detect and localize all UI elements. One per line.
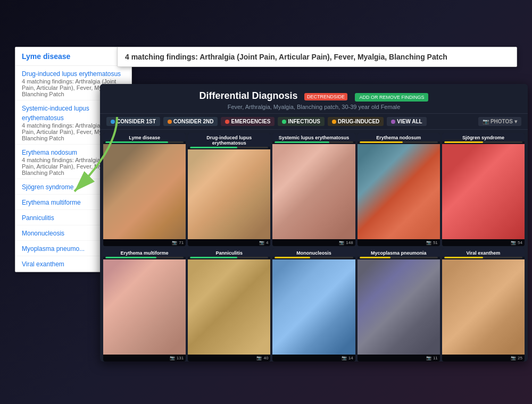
disease-card[interactable]: Drug-induced lupus erythematosus 📷 4	[188, 133, 270, 246]
panniculitis-link[interactable]: Panniculitis	[22, 214, 54, 222]
photo-count: 54	[518, 240, 522, 245]
photos-icon: 📷	[483, 119, 489, 124]
camera-icon: 📷	[172, 240, 177, 245]
card-footer: 📷 51	[358, 239, 440, 246]
card-footer: 📷 14	[272, 355, 355, 361]
tooltip-text: 4 matching findings: Arthralgia (Joint P…	[125, 53, 447, 61]
disease-card[interactable]: Panniculitis 📷 40	[188, 248, 270, 361]
panel-badge: DECTRENDSIDE	[304, 93, 347, 100]
camera-icon: 📷	[426, 356, 431, 360]
card-title: Drug-induced lupus erythematosus	[188, 133, 270, 147]
consider2-dot	[168, 120, 172, 124]
card-bar	[444, 257, 522, 258]
card-image	[358, 144, 440, 239]
disease-card[interactable]: Systemic lupus erythematosus 📷 148	[272, 133, 355, 246]
photo-count: 40	[263, 356, 268, 360]
card-image	[358, 259, 440, 355]
tab-consider1-label: CONSIDER 1ST	[117, 119, 156, 124]
card-bar	[360, 141, 438, 143]
card-image	[442, 259, 525, 355]
card-bar-fill	[444, 141, 484, 143]
disease-card[interactable]: Erythema multiforme 📷 131	[103, 248, 186, 361]
tab-emergency-label: EMERGENCIES	[231, 119, 270, 124]
content-area: Lyme disease 📷 71 Drug-induced lupus ery…	[100, 130, 528, 361]
camera-icon: 📷	[259, 240, 264, 245]
photo-count: 148	[346, 240, 353, 245]
panel-title-row: Differential Diagnosis DECTRENDSIDE ADD …	[109, 90, 519, 102]
findings-tooltip: 4 matching findings: Arthralgia (Joint P…	[117, 47, 517, 67]
tab-drug-label: DRUG-INDUCED	[338, 119, 379, 124]
card-footer: 📷 25	[442, 355, 525, 361]
card-image	[188, 259, 270, 355]
tab-photos[interactable]: 📷 PHOTOS ▾	[478, 117, 521, 126]
erythema-multiforme-link[interactable]: Erythema multiforme	[22, 199, 81, 206]
consider1-dot	[111, 120, 115, 124]
photo-count: 25	[518, 356, 522, 360]
tab-infectious-label: INFECTIOUS	[288, 119, 320, 124]
disease-card[interactable]: Mycoplasma pneumonia 📷 11	[358, 248, 440, 361]
card-bar	[190, 257, 268, 258]
systemic-lupus-link[interactable]: Systemic-induced lupus erythematosus	[22, 105, 89, 122]
add-findings-button[interactable]: ADD OR REMOVE FINDINGS	[355, 93, 428, 102]
viral-link[interactable]: Viral exanthem	[22, 260, 64, 268]
erythema-nodosum-link[interactable]: Erythema nodosum	[22, 149, 77, 156]
card-footer: 📷 131	[103, 355, 186, 361]
card-title: Sjögren syndrome	[442, 133, 525, 141]
tab-infectious[interactable]: INFECTIOUS	[278, 117, 325, 126]
card-footer: 📷 4	[188, 239, 270, 246]
filter-tabs: CONSIDER 1ST CONSIDER 2ND EMERGENCIES IN…	[100, 114, 528, 130]
card-title: Panniculitis	[188, 248, 270, 257]
tab-consider1[interactable]: CONSIDER 1ST	[106, 117, 160, 126]
card-title: Erythema nodosum	[358, 133, 440, 141]
emergency-dot	[225, 120, 229, 124]
disease-card[interactable]: Viral exanthem 📷 25	[442, 248, 525, 361]
photo-count: 4	[266, 240, 268, 245]
card-title: Viral exanthem	[442, 248, 525, 257]
tab-view-all-label: VIEW ALL	[397, 119, 422, 124]
sjogren-link[interactable]: Sjögren syndrome	[22, 183, 73, 191]
card-bar-fill	[275, 257, 310, 258]
photo-count: 11	[433, 356, 438, 360]
mononucleosis-link[interactable]: Mononucleosis	[22, 230, 64, 237]
disease-grid: Lyme disease 📷 71 Drug-induced lupus ery…	[100, 130, 528, 361]
card-title: Lyme disease	[103, 133, 186, 141]
lyme-disease-link[interactable]: Lyme disease	[22, 52, 70, 61]
card-footer: 📷 148	[272, 239, 355, 246]
card-image	[103, 144, 186, 239]
card-bar-fill	[105, 141, 168, 143]
disease-card[interactable]: Lyme disease 📷 71	[103, 133, 186, 246]
card-bar	[360, 257, 438, 258]
card-bar	[105, 257, 184, 258]
card-image	[188, 149, 270, 239]
card-bar	[275, 257, 353, 258]
disease-card[interactable]: Mononucleosis 📷 14	[272, 248, 355, 361]
card-footer: 📷 40	[188, 355, 270, 361]
card-title: Mononucleosis	[272, 248, 355, 257]
tab-view-all[interactable]: VIEW ALL	[387, 117, 426, 126]
panel-title: Differential Diagnosis	[200, 90, 298, 101]
card-bar-fill	[105, 257, 156, 258]
camera-icon: 📷	[256, 356, 262, 360]
card-title: Systemic lupus erythematosus	[272, 133, 355, 141]
tab-drug[interactable]: DRUG-INDUCED	[328, 117, 384, 126]
card-image	[103, 259, 186, 355]
tab-emergency[interactable]: EMERGENCIES	[221, 117, 275, 126]
camera-icon: 📷	[170, 356, 175, 360]
card-bar-fill	[444, 257, 484, 258]
photo-count: 131	[177, 356, 184, 360]
card-bar-fill	[190, 257, 237, 258]
card-bar	[275, 141, 353, 143]
chevron-down-icon: ▾	[514, 119, 517, 124]
photo-count: 51	[433, 240, 438, 245]
drug-lupus-link[interactable]: Drug-induced lupus erythematosus	[22, 70, 121, 78]
card-title: Erythema multiforme	[103, 248, 186, 257]
camera-icon: 📷	[511, 240, 516, 245]
card-image	[272, 259, 355, 355]
disease-card[interactable]: Erythema nodosum 📷 51	[358, 133, 440, 246]
mycoplasma-link[interactable]: Myoplasma pneumo...	[22, 245, 85, 252]
card-title: Mycoplasma pneumonia	[358, 248, 440, 257]
tab-consider2[interactable]: CONSIDER 2ND	[163, 117, 218, 126]
card-footer: 📷 11	[358, 355, 440, 361]
infectious-dot	[282, 120, 286, 124]
disease-card[interactable]: Sjögren syndrome 📷 54	[442, 133, 525, 246]
